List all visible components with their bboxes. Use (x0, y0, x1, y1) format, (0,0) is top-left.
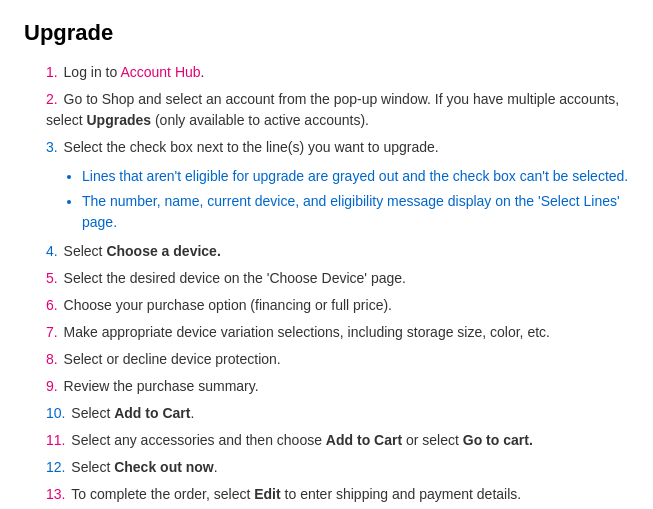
step-number-2: 2. (46, 91, 62, 107)
steps-list: 1. Log in to Account Hub.2. Go to Shop a… (24, 62, 629, 509)
step-text-13: To complete the order, select Edit to en… (71, 486, 521, 502)
step-text-1: Log in to Account Hub. (64, 64, 205, 80)
bullet-item-3-1: The number, name, current device, and el… (82, 191, 629, 233)
step-item-8: 8. Select or decline device protection. (44, 349, 629, 370)
step-item-10: 10. Select Add to Cart. (44, 403, 629, 424)
step-text-9: Review the purchase summary. (64, 378, 259, 394)
step-item-5: 5. Select the desired device on the 'Cho… (44, 268, 629, 289)
step-item-3: 3. Select the check box next to the line… (44, 137, 629, 233)
page-title: Upgrade (24, 20, 629, 46)
step-number-12: 12. (46, 459, 69, 475)
account-hub-link[interactable]: Account Hub (120, 64, 200, 80)
step-number-11: 11. (46, 432, 69, 448)
step-text-2: Go to Shop and select an account from th… (46, 91, 619, 128)
step-text-4: Select Choose a device. (64, 243, 221, 259)
step-item-12: 12. Select Check out now. (44, 457, 629, 478)
step-text-10: Select Add to Cart. (71, 405, 194, 421)
step-text-3: Select the check box next to the line(s)… (64, 139, 439, 155)
step-item-13: 13. To complete the order, select Edit t… (44, 484, 629, 505)
step-item-4: 4. Select Choose a device. (44, 241, 629, 262)
step-number-7: 7. (46, 324, 62, 340)
step-item-2: 2. Go to Shop and select an account from… (44, 89, 629, 131)
step-text-8: Select or decline device protection. (64, 351, 281, 367)
bullet-item-3-0: Lines that aren't eligible for upgrade a… (82, 166, 629, 187)
step-number-5: 5. (46, 270, 62, 286)
step-text-7: Make appropriate device variation select… (64, 324, 550, 340)
step-item-7: 7. Make appropriate device variation sel… (44, 322, 629, 343)
bullet-list-3: Lines that aren't eligible for upgrade a… (46, 166, 629, 233)
step-item-1: 1. Log in to Account Hub. (44, 62, 629, 83)
step-number-8: 8. (46, 351, 62, 367)
step-item-6: 6. Choose your purchase option (financin… (44, 295, 629, 316)
step-number-9: 9. (46, 378, 62, 394)
step-text-11: Select any accessories and then choose A… (71, 432, 532, 448)
step-number-10: 10. (46, 405, 69, 421)
step-number-4: 4. (46, 243, 62, 259)
step-number-3: 3. (46, 139, 62, 155)
step-number-13: 13. (46, 486, 69, 502)
step-text-5: Select the desired device on the 'Choose… (64, 270, 406, 286)
step-text-6: Choose your purchase option (financing o… (64, 297, 392, 313)
step-item-11: 11. Select any accessories and then choo… (44, 430, 629, 451)
step-text-12: Select Check out now. (71, 459, 217, 475)
step-item-9: 9. Review the purchase summary. (44, 376, 629, 397)
step-number-6: 6. (46, 297, 62, 313)
step-number-1: 1. (46, 64, 62, 80)
